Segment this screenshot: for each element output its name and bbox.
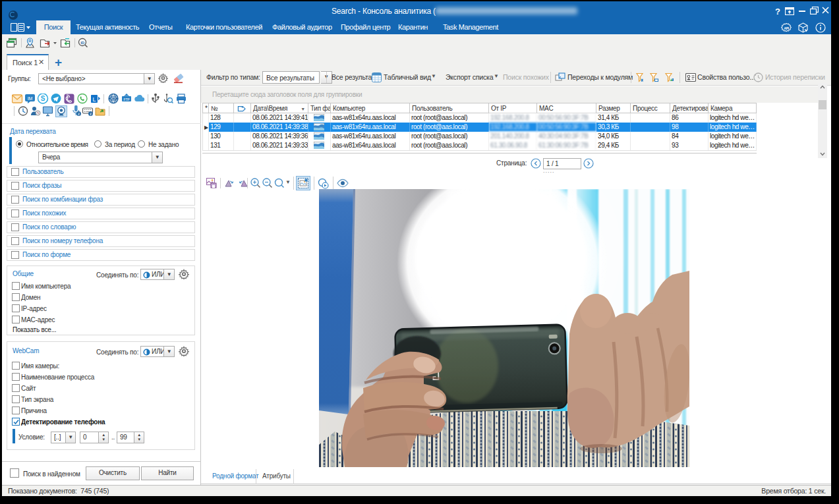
svg-text:L: L: [93, 96, 96, 103]
svg-text:API: API: [784, 26, 789, 30]
svg-text:FTP: FTP: [124, 98, 130, 101]
svg-text:ID: ID: [80, 41, 84, 45]
svg-text:IM: IM: [28, 96, 33, 101]
svg-text:S: S: [41, 95, 45, 102]
svg-text:HTTP: HTTP: [111, 98, 117, 100]
